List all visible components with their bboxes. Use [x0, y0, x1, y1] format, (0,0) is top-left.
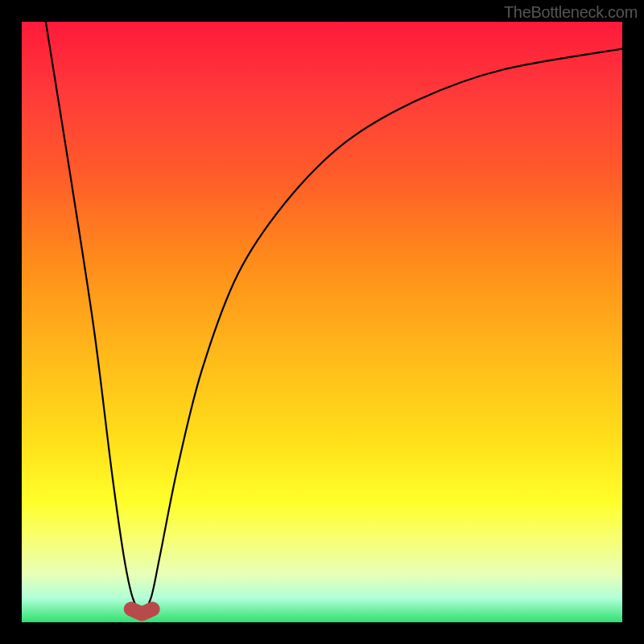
attribution-label: TheBottleneck.com — [504, 3, 638, 22]
curve-minimum-marker — [131, 609, 153, 614]
bottleneck-curve — [22, 22, 622, 622]
plot-area — [22, 22, 622, 622]
chart-frame: TheBottleneck.com — [0, 0, 644, 644]
